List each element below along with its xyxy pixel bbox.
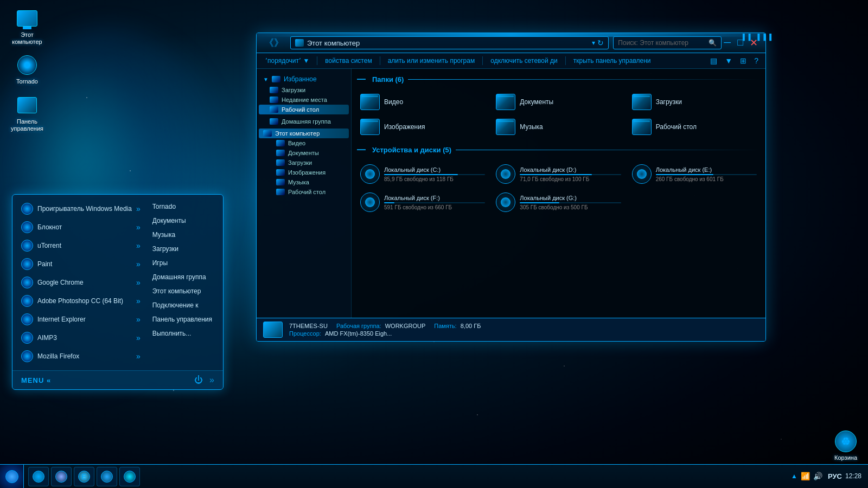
devices-grid: Локальный диск (C:) 85,9 ГБ свободно из …	[357, 162, 760, 214]
device-disk-f[interactable]: Локальный диск (F:) 591 ГБ свободно из 6…	[357, 190, 488, 214]
start-button[interactable]	[0, 465, 24, 489]
sidebar-item-desktop2[interactable]: Рабочий стол	[259, 187, 349, 197]
disk-f-name: Локальный диск (F:)	[384, 195, 485, 201]
recent-icon	[270, 97, 278, 103]
sidebar-item-downloads[interactable]: Загрузки	[259, 85, 349, 95]
right-link-downloads[interactable]: Загрузки	[150, 242, 219, 255]
utorrent-icon	[21, 240, 33, 252]
minimize-button[interactable]: ─	[722, 37, 733, 49]
tray-expand-button[interactable]: ▲	[791, 472, 797, 480]
address-dropdown-button[interactable]: ▾	[592, 39, 595, 47]
app-item-aimp3[interactable]: AIMP3 »	[17, 329, 146, 346]
sidebar-item-images[interactable]: Изображения	[259, 168, 349, 177]
toolbar-programs-button[interactable]: алить или изменить програм	[384, 55, 480, 66]
right-link-games[interactable]: Игры	[150, 256, 219, 269]
right-link-tornado[interactable]: Tornado	[150, 200, 219, 213]
toolbar-control-button[interactable]: ткрыть панель управлени	[569, 55, 655, 66]
right-link-run[interactable]: Выполнить...	[150, 327, 219, 340]
app-item-paint[interactable]: Paint »	[17, 255, 146, 273]
view-help-button[interactable]: ?	[751, 55, 761, 66]
taskbar-app-2[interactable]	[51, 467, 72, 486]
toolbar-network-button[interactable]: одключить сетевой ди	[486, 55, 562, 66]
status-workgroup: Рабочая группа: WORKGROUP	[336, 323, 425, 329]
nav-back-button[interactable]: 《》	[262, 36, 286, 49]
device-disk-e[interactable]: Локальный диск (E:) 260 ГБ свободно из 6…	[629, 162, 760, 186]
sidebar-item-video[interactable]: Видео	[259, 138, 349, 148]
folder-music[interactable]: Музыка	[493, 117, 624, 137]
folder-desktop[interactable]: Рабочий стол	[629, 117, 760, 137]
taskbar-app-4[interactable]	[97, 467, 117, 486]
device-disk-c[interactable]: Локальный диск (C:) 85,9 ГБ свободно из …	[357, 162, 488, 186]
view-grid-button[interactable]: ⊞	[737, 55, 749, 66]
app-item-notepad[interactable]: Блокнот »	[17, 219, 146, 236]
taskbar-app-explorer[interactable]	[28, 467, 49, 486]
search-bar[interactable]: Поиск: Этот компьютер 🔍	[613, 36, 722, 49]
sidebar-images-label: Изображения	[288, 169, 326, 176]
right-link-music[interactable]: Музыка	[150, 228, 219, 241]
desktop-icon-control-panel[interactable]: Панель управления	[5, 92, 49, 134]
app-item-photoshop[interactable]: Adobe Photoshop CC (64 Bit) »	[17, 292, 146, 310]
recycle-bin[interactable]: ♻ Корзина	[834, 431, 857, 461]
desktop-icon-tornado[interactable]: Tornado	[5, 52, 49, 87]
app-item-utorrent[interactable]: uTorrent »	[17, 237, 146, 254]
sidebar-item-recent[interactable]: Недавние места	[259, 95, 349, 105]
address-bar-icon	[295, 39, 304, 47]
right-link-this-pc[interactable]: Этот компьютер	[150, 285, 219, 298]
taskbar-app-5[interactable]	[119, 467, 140, 486]
disk-d-name: Локальный диск (D:)	[520, 166, 621, 173]
app-item-windows-media[interactable]: Проигрыватель Windows Media »	[17, 200, 146, 217]
app-arrow-photoshop: »	[136, 297, 142, 305]
sidebar-section-favorites: ▼ Избранное Загрузки Недавние места	[259, 73, 349, 114]
device-disk-g[interactable]: Локальный диск (G:) 305 ГБ свободно из 5…	[493, 190, 624, 214]
folder-images[interactable]: Изображения	[357, 117, 488, 137]
right-link-home-group[interactable]: Домашняя группа	[150, 271, 219, 284]
status-memory: Память: 8,00 ГБ	[434, 323, 481, 329]
taskbar-app3-icon: E	[78, 471, 90, 483]
right-link-control-panel[interactable]: Панель управления	[150, 313, 219, 326]
sidebar-desktop-label: Рабочий стол	[282, 106, 319, 113]
sidebar-item-this-pc[interactable]: Этот компьютер	[259, 129, 349, 138]
address-refresh-button[interactable]: ↻	[597, 38, 604, 47]
sidebar-item-homegroup[interactable]: Домашняя группа	[259, 117, 349, 126]
disk-c-space: 85,9 ГБ свободно из 118 ГБ	[384, 176, 485, 182]
taskbar-clock[interactable]: 12:28	[845, 472, 861, 481]
tray-volume-icon[interactable]: 🔊	[813, 472, 822, 480]
toolbar-sort-button[interactable]: ʼпорядочитʼ ▼	[261, 55, 314, 66]
desktop-icon-my-computer[interactable]: Этот компьютер	[5, 5, 49, 48]
app-item-ie[interactable]: Internet Explorer »	[17, 311, 146, 328]
folder-video-label: Видео	[384, 98, 403, 106]
menu-arrow-right[interactable]: »	[209, 375, 214, 385]
status-row-1: 7THEMES-SU Рабочая группа: WORKGROUP Пам…	[289, 323, 481, 329]
sidebar-item-documents[interactable]: Документы	[259, 148, 349, 158]
sidebar-item-music[interactable]: Музыка	[259, 177, 349, 187]
right-link-documents[interactable]: Документы	[150, 214, 219, 227]
app-item-firefox[interactable]: Mozilla Firefox »	[17, 348, 146, 365]
language-indicator[interactable]: РУС	[828, 472, 842, 480]
devices-dash: —	[357, 145, 366, 155]
folders-grid: Видео Документы Загрузки Изображения	[357, 92, 760, 137]
view-details-button[interactable]: ▤	[707, 55, 720, 66]
address-bar[interactable]: Этот компьютер ▾ ↻	[290, 36, 609, 49]
toolbar-properties-button[interactable]: войства систем	[321, 55, 376, 66]
control-panel-icon	[17, 97, 37, 113]
device-disk-d[interactable]: Локальный диск (D:) 71,0 ГБ свободно из …	[493, 162, 624, 186]
start-menu: Проигрыватель Windows Media » Блокнот » …	[12, 194, 224, 390]
sidebar-item-desktop[interactable]: Рабочий стол	[259, 105, 349, 114]
video-sidebar-icon	[276, 140, 285, 146]
sidebar-header-favorites[interactable]: ▼ Избранное	[259, 73, 349, 85]
sidebar-item-downloads2[interactable]: Загрузки	[259, 158, 349, 168]
app-item-chrome[interactable]: Google Chrome »	[17, 274, 146, 291]
devices-divider	[456, 150, 760, 150]
folder-desktop-label: Рабочий стол	[656, 123, 697, 131]
folder-video[interactable]: Видео	[357, 92, 488, 112]
right-link-connect[interactable]: Подключение к	[150, 299, 219, 312]
tray-network-icon[interactable]: 📶	[801, 472, 810, 480]
power-button[interactable]: ⏻	[194, 375, 203, 385]
folder-downloads[interactable]: Загрузки	[629, 92, 760, 112]
disk-g-name: Локальный диск (G:)	[520, 195, 621, 201]
folder-documents[interactable]: Документы	[493, 92, 624, 112]
taskbar-app-3[interactable]: E	[74, 467, 94, 486]
view-dropdown-button[interactable]: ▼	[722, 55, 735, 66]
sidebar-homegroup-label: Домашняя группа	[282, 118, 331, 125]
desktop: Этот компьютер Tornado Панель управления…	[0, 0, 868, 488]
